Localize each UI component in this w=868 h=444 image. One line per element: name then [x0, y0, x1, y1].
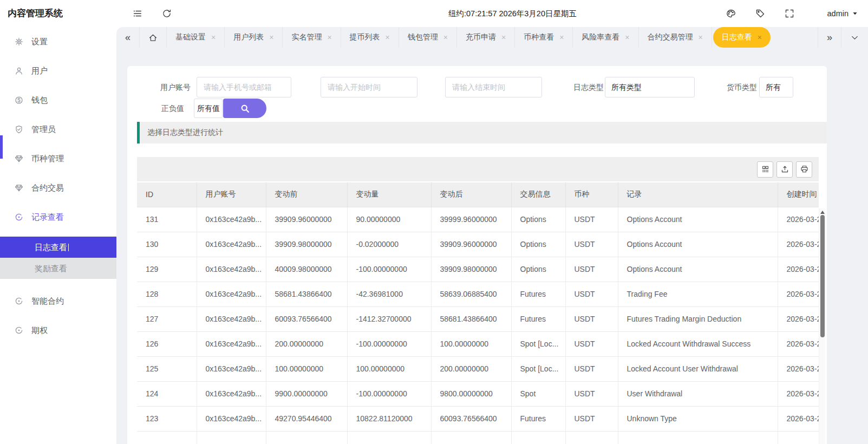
- export-button[interactable]: [776, 161, 793, 178]
- sidebar-item[interactable]: 合约交易: [0, 173, 116, 203]
- tab-item[interactable]: 充币申请×: [457, 27, 515, 48]
- table-cell: Spot [Loc...: [511, 356, 565, 381]
- log-type-select[interactable]: 所有类型: [605, 77, 695, 97]
- tabs-menu-button[interactable]: [841, 27, 868, 48]
- tab-close-icon[interactable]: ×: [501, 33, 506, 42]
- tab-label: 提币列表: [350, 32, 380, 42]
- sidebar-item[interactable]: 币种管理: [0, 144, 116, 173]
- tab-close-icon[interactable]: ×: [559, 33, 564, 42]
- table-toolbar: [137, 157, 819, 181]
- tabs-scroll-left-button[interactable]: «: [116, 27, 140, 48]
- columns-button[interactable]: [757, 161, 773, 178]
- content-area: « 基础设置×用户列表×实名管理×提币列表×钱包管理×充币申请×币种查看×风险率…: [116, 27, 868, 444]
- table-cell: 0x163ce42a9b...: [197, 257, 266, 282]
- menu-fold-icon[interactable]: [131, 7, 144, 20]
- table-cell: Options Account: [618, 232, 778, 257]
- refresh-icon[interactable]: [160, 7, 173, 20]
- table-cell: 39999.96000000: [431, 207, 511, 232]
- sign-select[interactable]: 所有值: [194, 99, 223, 118]
- sidebar-item[interactable]: 用户: [0, 56, 116, 86]
- table-cell: 2026-03-20: [778, 207, 819, 232]
- sidebar-item-label: 期权: [31, 325, 48, 336]
- table-cell: Options Account: [618, 257, 778, 282]
- user-menu[interactable]: admin: [827, 0, 859, 27]
- start-time-input[interactable]: [321, 77, 417, 97]
- print-button[interactable]: [796, 161, 812, 178]
- tab-close-icon[interactable]: ×: [386, 33, 390, 42]
- sidebar-item[interactable]: 钱包: [0, 86, 116, 115]
- tab-item[interactable]: 基础设置×: [167, 27, 225, 48]
- table-cell: USDT: [565, 282, 618, 306]
- table-cell: -0.02000000: [347, 232, 431, 257]
- sidebar-subitem[interactable]: 奖励查看: [0, 258, 116, 279]
- column-header: 变动量: [347, 182, 431, 207]
- tab-item[interactable]: 币种查看×: [515, 27, 573, 48]
- table-cell: Options: [511, 207, 565, 232]
- tab-item[interactable]: 钱包管理×: [399, 27, 457, 48]
- tab-close-icon[interactable]: ×: [699, 33, 703, 42]
- tab-close-icon[interactable]: ×: [269, 33, 273, 42]
- record-circle-icon: [15, 297, 23, 305]
- sidebar-item[interactable]: 记录查看: [0, 203, 116, 232]
- table-cell: 126: [137, 331, 197, 356]
- table-cell: Futures: [511, 306, 565, 331]
- account-label: 用户账号: [149, 77, 191, 97]
- table-row-partial: [137, 431, 819, 444]
- sidebar-item[interactable]: 期权: [0, 316, 116, 345]
- theme-palette-icon[interactable]: [725, 7, 738, 20]
- tab-close-icon[interactable]: ×: [327, 33, 331, 42]
- table-scrollbar[interactable]: [819, 208, 825, 444]
- table-cell: 127: [137, 306, 197, 331]
- table-row: 1260x163ce42a9b...200.00000000-100.00000…: [137, 331, 819, 356]
- table-cell: 130: [137, 232, 197, 257]
- table-cell: 124: [137, 381, 197, 406]
- tab-item[interactable]: 实名管理×: [283, 27, 341, 48]
- tag-icon[interactable]: [754, 7, 767, 20]
- table-cell: USDT: [565, 306, 618, 331]
- table-cell: USDT: [565, 331, 618, 356]
- table-row: 1310x163ce42a9b...39909.9600000090.00000…: [137, 207, 819, 232]
- tab-close-icon[interactable]: ×: [211, 33, 216, 42]
- table-cell: USDT: [565, 406, 618, 431]
- table-row: 1270x163ce42a9b...60093.76566400-1412.32…: [137, 306, 819, 331]
- clock-text: 纽约:07:21:57 2026年3月20日星期五: [448, 0, 577, 27]
- tab-close-icon[interactable]: ×: [625, 33, 629, 42]
- table-cell: 2026-03-20: [778, 232, 819, 257]
- table-cell: Trading Fee: [618, 282, 778, 306]
- tabs-scroll-right-button[interactable]: »: [818, 27, 841, 48]
- scrollbar-thumb[interactable]: [820, 215, 825, 337]
- table-cell: 9900.00000000: [266, 381, 347, 406]
- table-row: 1280x163ce42a9b...58681.43866400-42.3698…: [137, 282, 819, 306]
- tab-item[interactable]: 合约交易管理×: [639, 27, 712, 48]
- sidebar-item[interactable]: 智能合约: [0, 286, 116, 316]
- tab-close-icon[interactable]: ×: [758, 33, 762, 42]
- sidebar-subitem-active[interactable]: 日志查看: [0, 237, 116, 258]
- currency-type-select[interactable]: 所有: [759, 77, 793, 97]
- tab-close-icon[interactable]: ×: [443, 33, 448, 42]
- table-cell: 10822.81120000: [347, 406, 431, 431]
- currency-type-label: 货币类型: [709, 77, 757, 97]
- sidebar-item[interactable]: 管理员: [0, 115, 116, 144]
- tab-item[interactable]: 用户列表×: [225, 27, 283, 48]
- table-cell: USDT: [565, 232, 618, 257]
- table-row: 1290x163ce42a9b...40009.98000000-100.000…: [137, 257, 819, 282]
- top-header: 内容管理系统 纽约:07:21:57 2026年3月20日星期五 admin: [0, 0, 868, 27]
- tab-active[interactable]: 日志查看×: [713, 27, 771, 48]
- tab-label: 用户列表: [233, 32, 264, 42]
- table-cell: USDT: [565, 257, 618, 282]
- account-input[interactable]: [197, 77, 291, 97]
- end-time-input[interactable]: [445, 77, 542, 97]
- fullscreen-icon[interactable]: [783, 7, 796, 20]
- search-button[interactable]: [223, 99, 266, 118]
- table-cell: [137, 431, 197, 444]
- tab-item[interactable]: 风险率查看×: [573, 27, 638, 48]
- table-cell: Options: [511, 232, 565, 257]
- tab-label: 币种查看: [524, 32, 554, 42]
- table-cell: 0x163ce42a9b...: [197, 406, 266, 431]
- sidebar-scrollbar[interactable]: [0, 135, 3, 159]
- home-tab[interactable]: [140, 27, 167, 48]
- sidebar-item[interactable]: 设置: [0, 27, 116, 56]
- tab-item[interactable]: 提币列表×: [341, 27, 399, 48]
- table-cell: [347, 431, 431, 444]
- table-cell: Futures Trading Margin Deduction: [618, 306, 778, 331]
